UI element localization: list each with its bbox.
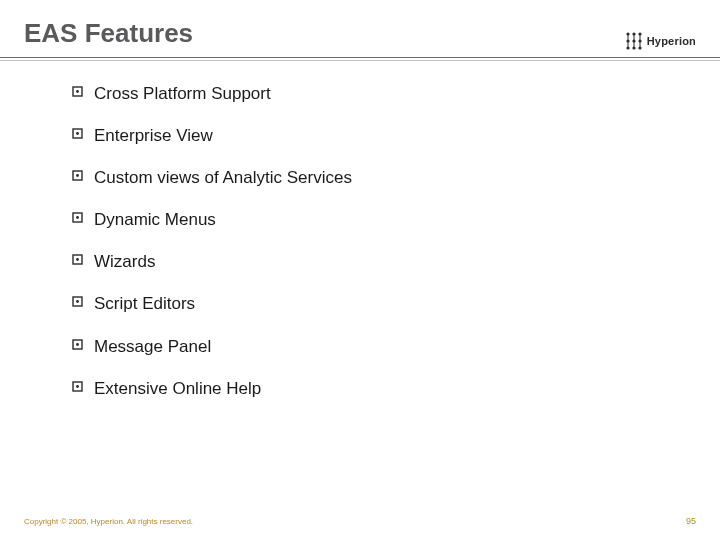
list-item-text: Enterprise View bbox=[94, 126, 213, 145]
list-item: Script Editors bbox=[72, 293, 696, 315]
list-item: Dynamic Menus bbox=[72, 209, 696, 231]
list-item: Wizards bbox=[72, 251, 696, 273]
list-item-text: Wizards bbox=[94, 252, 155, 271]
list-item-text: Script Editors bbox=[94, 294, 195, 313]
bullet-icon bbox=[72, 170, 83, 181]
svg-point-13 bbox=[76, 90, 79, 93]
bullet-icon bbox=[72, 296, 83, 307]
copyright-text: Copyright © 2005, Hyperion. All rights r… bbox=[24, 517, 193, 526]
feature-list: Cross Platform Support Enterprise View C… bbox=[72, 83, 696, 400]
bullet-icon bbox=[72, 86, 83, 97]
svg-point-19 bbox=[76, 216, 79, 219]
header-divider bbox=[0, 57, 720, 58]
svg-point-7 bbox=[632, 39, 635, 42]
bullet-icon bbox=[72, 381, 83, 392]
list-item-text: Cross Platform Support bbox=[94, 84, 271, 103]
page-number: 95 bbox=[686, 516, 696, 526]
svg-point-9 bbox=[638, 32, 641, 35]
slide-content: Cross Platform Support Enterprise View C… bbox=[0, 61, 720, 400]
svg-point-8 bbox=[632, 46, 635, 49]
list-item: Enterprise View bbox=[72, 125, 696, 147]
list-item-text: Dynamic Menus bbox=[94, 210, 216, 229]
svg-point-5 bbox=[626, 46, 629, 49]
svg-point-10 bbox=[638, 39, 641, 42]
svg-point-23 bbox=[76, 301, 79, 304]
slide-footer: Copyright © 2005, Hyperion. All rights r… bbox=[24, 516, 696, 526]
list-item: Extensive Online Help bbox=[72, 378, 696, 400]
svg-point-15 bbox=[76, 132, 79, 135]
hyperion-logo: Hyperion bbox=[624, 31, 696, 53]
list-item: Cross Platform Support bbox=[72, 83, 696, 105]
bullet-icon bbox=[72, 339, 83, 350]
svg-point-3 bbox=[626, 32, 629, 35]
list-item-text: Extensive Online Help bbox=[94, 379, 261, 398]
bullet-icon bbox=[72, 254, 83, 265]
list-item: Message Panel bbox=[72, 336, 696, 358]
svg-point-6 bbox=[632, 32, 635, 35]
svg-point-17 bbox=[76, 174, 79, 177]
bullet-icon bbox=[72, 212, 83, 223]
svg-point-25 bbox=[76, 343, 79, 346]
list-item: Custom views of Analytic Services bbox=[72, 167, 696, 189]
svg-point-21 bbox=[76, 258, 79, 261]
bullet-icon bbox=[72, 128, 83, 139]
svg-point-11 bbox=[638, 46, 641, 49]
hyperion-logo-text: Hyperion bbox=[647, 35, 696, 47]
list-item-text: Custom views of Analytic Services bbox=[94, 168, 352, 187]
svg-point-4 bbox=[626, 39, 629, 42]
hyperion-logo-icon bbox=[624, 31, 644, 51]
slide-header: EAS Features Hyperion bbox=[0, 0, 720, 53]
list-item-text: Message Panel bbox=[94, 337, 211, 356]
slide-title: EAS Features bbox=[24, 18, 193, 53]
svg-point-27 bbox=[76, 385, 79, 388]
